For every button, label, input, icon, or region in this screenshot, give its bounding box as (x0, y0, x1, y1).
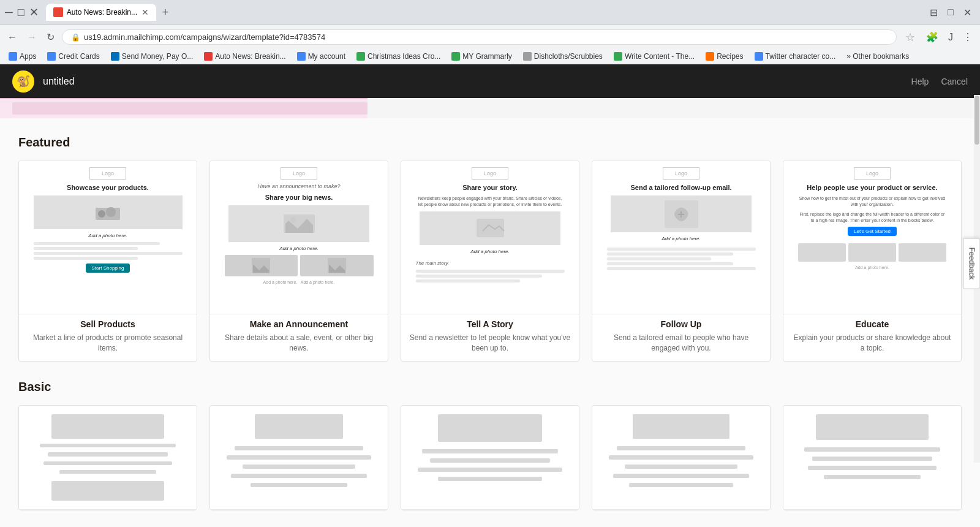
app-logo[interactable]: 🐒 (12, 70, 34, 93)
preview-add-photo: Add a photo here. (470, 249, 510, 254)
tab-close-button[interactable]: ✕ (141, 7, 149, 17)
window-maximize[interactable]: □ (18, 6, 24, 19)
window-minimize[interactable]: ─ (5, 6, 13, 19)
banner-content (12, 102, 368, 115)
preview-lines (607, 248, 756, 270)
basic-line (235, 446, 363, 450)
template-follow-up[interactable]: Logo Send a tailored follow-up email. Ad… (592, 161, 771, 362)
help-link[interactable]: Help (911, 77, 929, 86)
basic-img (633, 414, 729, 439)
bookmark-christmas[interactable]: Christmas Ideas Cro... (353, 51, 444, 62)
maximize-button[interactable]: □ (948, 7, 954, 18)
bookmark-label: Recipes (717, 52, 743, 61)
basic-template-4[interactable] (592, 405, 771, 510)
bookmark-auto-news[interactable]: Auto News: Breakin... (200, 51, 289, 62)
lock-icon: 🔒 (71, 33, 80, 42)
bookmark-grammarly[interactable]: MY Grammarly (448, 51, 515, 62)
bookmark-dishcloths[interactable]: Dishcloths/Scrubbies (519, 51, 606, 62)
template-preview-educate: Logo Help people use your product or ser… (783, 161, 961, 314)
basic-img (255, 414, 343, 439)
bookmarks-bar: Apps Credit Cards Send Money, Pay O... A… (0, 49, 980, 64)
preview-bottom-images (798, 243, 947, 262)
feedback-tab[interactable]: Feedback (963, 238, 980, 289)
profile-button[interactable]: J (948, 32, 953, 43)
bookmark-twitter[interactable]: Twitter character co... (751, 51, 840, 62)
basic-img (51, 414, 164, 439)
preview-caption: Add a photo here. (855, 265, 889, 270)
basic-preview-2 (210, 406, 388, 510)
template-sell-products[interactable]: Logo Showcase your products. Add a photo… (18, 161, 197, 362)
basic-line (418, 468, 562, 472)
preview-add-photo: Add a photo here. (662, 236, 701, 241)
bookmark-other[interactable]: » Other bookmarks (843, 51, 913, 62)
template-description: Share details about a sale, event, or ot… (210, 332, 388, 361)
preview-lines (34, 242, 183, 260)
bookmark-star[interactable]: ☆ (905, 31, 915, 44)
basic-line (617, 446, 745, 450)
bookmark-favicon (706, 52, 714, 61)
template-preview-followup: Logo Send a tailored follow-up email. Ad… (592, 161, 770, 314)
basic-line (48, 452, 168, 456)
reload-button[interactable]: ↻ (44, 29, 57, 45)
bookmark-favicon (356, 52, 365, 61)
bookmark-credit-cards[interactable]: Credit Cards (43, 51, 103, 62)
bookmark-send-money[interactable]: Send Money, Pay O... (107, 51, 197, 62)
campaign-title: untitled (43, 76, 75, 87)
basic-line (422, 449, 559, 453)
basic-template-1[interactable] (18, 405, 197, 510)
basic-section-title: Basic (18, 380, 962, 394)
browser-chrome: ─ □ ✕ Auto News: Breakin... ✕ + ⊟ □ ✕ ← … (0, 0, 980, 64)
basic-line (438, 477, 542, 481)
template-make-announcement[interactable]: Logo Have an announcement to make? Share… (209, 161, 388, 362)
bookmark-label: MY Grammarly (462, 52, 511, 61)
window-close[interactable]: ✕ (29, 6, 39, 19)
svg-point-2 (106, 207, 116, 217)
preview-headline: Help people use your product or service. (807, 183, 937, 192)
preview-logo: Logo (281, 167, 317, 180)
basic-preview-3 (401, 406, 579, 510)
new-tab-button[interactable]: + (159, 5, 173, 20)
bookmark-label: » Other bookmarks (846, 52, 909, 61)
bookmark-label: Dishcloths/Scrubbies (534, 52, 603, 61)
basic-line (43, 461, 172, 465)
basic-preview-1 (19, 406, 197, 510)
extensions-button[interactable]: 🧩 (926, 31, 938, 43)
template-preview-story: Logo Share your story. Newsletters keep … (401, 161, 579, 314)
cancel-link[interactable]: Cancel (941, 77, 968, 86)
basic-template-3[interactable] (401, 405, 579, 510)
active-browser-tab[interactable]: Auto News: Breakin... ✕ (46, 4, 156, 21)
preview-image (420, 211, 560, 245)
basic-template-2[interactable] (209, 405, 388, 510)
bookmark-favicon (47, 52, 56, 61)
restore-button[interactable]: ⊟ (930, 7, 938, 18)
preview-logo: Logo (663, 167, 699, 180)
preview-small-img-1 (798, 243, 846, 262)
tab-title: Auto News: Breakin... (67, 8, 138, 17)
menu-button[interactable]: ⋮ (963, 31, 973, 43)
basic-templates-grid (18, 405, 962, 510)
template-tell-story[interactable]: Logo Share your story. Newsletters keep … (401, 161, 579, 362)
template-educate[interactable]: Logo Help people use your product or ser… (783, 161, 962, 362)
bookmark-label: Auto News: Breakin... (215, 52, 285, 61)
template-name: Follow Up (592, 314, 770, 332)
scroll-thumb[interactable] (974, 96, 979, 145)
bookmark-write-content[interactable]: Write Content - The... (610, 51, 698, 62)
svg-point-1 (98, 210, 105, 218)
basic-template-5[interactable] (783, 405, 962, 510)
preview-paragraph: Show how to get the most out of your pro… (798, 195, 947, 208)
bookmark-my-account[interactable]: My account (293, 51, 349, 62)
preview-small-images (225, 255, 374, 276)
bookmark-label: Twitter character co... (766, 52, 836, 61)
bookmark-favicon (614, 52, 622, 61)
mailchimp-icon: 🐒 (17, 75, 30, 88)
basic-img (438, 414, 542, 442)
bookmark-recipes[interactable]: Recipes (702, 51, 747, 62)
basic-img (51, 481, 164, 500)
close-button[interactable]: ✕ (963, 7, 971, 18)
back-button[interactable]: ← (5, 29, 20, 45)
template-name: Sell Products (19, 314, 197, 332)
bookmark-apps[interactable]: Apps (5, 51, 40, 62)
basic-line (812, 457, 933, 461)
forward-button[interactable]: → (24, 29, 39, 45)
url-bar[interactable]: 🔒 us19.admin.mailchimp.com/campaigns/wiz… (62, 29, 897, 45)
